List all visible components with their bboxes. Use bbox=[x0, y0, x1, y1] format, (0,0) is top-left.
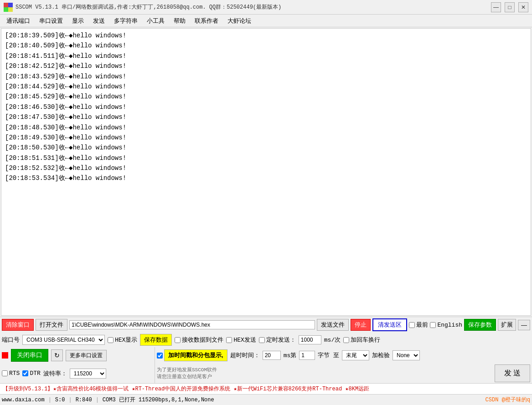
expand-button[interactable]: 扩展 bbox=[498, 319, 516, 331]
close-button[interactable]: ✕ bbox=[518, 2, 528, 12]
stop-button[interactable]: 停止 bbox=[351, 319, 371, 331]
title-bar-left: SSCOM V5.13.1 串口/网络数据调试器,作者:大虾丁丁,2618058… bbox=[4, 3, 281, 12]
terminal-line: [20:18:51.531]收←◆hello windows! bbox=[5, 153, 527, 163]
dtr-text: DTR bbox=[30, 370, 40, 377]
save-data-button[interactable]: 保存数据 bbox=[140, 334, 172, 346]
terminal-line: [20:18:40.509]收←◆hello windows! bbox=[5, 41, 527, 51]
ms-label2: ms第 bbox=[284, 351, 297, 359]
send-button[interactable]: 发 送 bbox=[495, 364, 530, 382]
open-file-button[interactable]: 打开文件 bbox=[36, 319, 67, 331]
byte-end-select[interactable]: 末尾 bbox=[342, 350, 369, 360]
menu-comm-port[interactable]: 通讯端口 bbox=[2, 16, 35, 26]
terminal-line: [20:18:53.534]收←◆hello windows! bbox=[5, 173, 527, 183]
terminal-line: [20:18:46.530]收←◆hello windows! bbox=[5, 102, 527, 112]
recv-file-checkbox[interactable] bbox=[175, 337, 181, 343]
maximize-button[interactable]: □ bbox=[505, 2, 515, 12]
terminal-output[interactable]: [20:18:39.509]收←◆hello windows![20:18:40… bbox=[1, 28, 531, 316]
checksum-label: 加检验 bbox=[372, 351, 390, 359]
more-ports-button[interactable]: 更多串口设置 bbox=[66, 350, 107, 361]
english-checkbox[interactable] bbox=[430, 322, 436, 328]
hex-display-text: HEX显示 bbox=[115, 336, 137, 344]
timed-send-text: 定时发送： bbox=[266, 336, 296, 344]
status-port-info: COM3 已打开 115200bps,8,1,None,None bbox=[103, 396, 214, 404]
status-r-value: R:840 bbox=[76, 397, 92, 403]
timed-send-label[interactable]: 定时发送： bbox=[259, 336, 296, 344]
hex-send-checkbox[interactable] bbox=[226, 337, 232, 343]
last-label: 最前 bbox=[416, 321, 428, 329]
status-bar: www.daxia.com | S:0 | R:840 | COM3 已打开 1… bbox=[0, 394, 532, 405]
left-port-controls: 关闭串口 ↻ 更多串口设置 bbox=[0, 347, 155, 364]
baud-select[interactable]: 115200 bbox=[70, 369, 106, 379]
recv-file-label[interactable]: 接收数据到文件 bbox=[175, 336, 223, 344]
baud-label: 波特率： bbox=[43, 369, 67, 378]
timeout-input[interactable] bbox=[263, 351, 281, 360]
svg-rect-0 bbox=[4, 3, 8, 7]
refresh-button[interactable]: ↻ bbox=[51, 349, 63, 361]
timed-send-checkbox[interactable] bbox=[259, 337, 265, 343]
terminal-line: [20:18:49.530]收←◆hello windows! bbox=[5, 133, 527, 143]
send-file-button[interactable]: 发送文件 bbox=[317, 319, 349, 331]
menu-contact[interactable]: 联系作者 bbox=[190, 16, 223, 26]
terminal-line: [20:18:39.509]收←◆hello windows! bbox=[5, 31, 527, 41]
menu-forum[interactable]: 大虾论坛 bbox=[223, 16, 256, 26]
app-icon bbox=[4, 3, 13, 12]
rts-label[interactable]: RTS bbox=[2, 370, 20, 377]
timeout-label: 超时时间： bbox=[230, 351, 260, 359]
save-param-button[interactable]: 保存参数 bbox=[464, 319, 496, 331]
dtr-label[interactable]: DTR bbox=[22, 370, 40, 377]
hex-display-checkbox[interactable] bbox=[108, 337, 114, 343]
minus-button[interactable]: — bbox=[518, 320, 530, 330]
hex-send-label[interactable]: HEX发送 bbox=[226, 336, 256, 344]
time-display-checkbox[interactable] bbox=[157, 353, 163, 359]
timed-interval-input[interactable] bbox=[299, 335, 321, 344]
terminal-line: [20:18:44.529]收←◆hello windows! bbox=[5, 82, 527, 92]
close-port-button[interactable]: 关闭串口 bbox=[11, 349, 48, 362]
menu-serial-settings[interactable]: 串口设置 bbox=[35, 16, 67, 26]
promo-text: 为了更好地发展SSCOM软件请您注册嘉立创结尾客户 bbox=[157, 367, 217, 380]
time-display-btn[interactable]: 加时间戳和分包显示, bbox=[164, 349, 227, 361]
carriage-return-label[interactable]: 加回车换行 bbox=[343, 336, 380, 344]
clear-window-button[interactable]: 清除窗口 bbox=[2, 319, 34, 331]
file-path-input[interactable] bbox=[69, 320, 315, 329]
menu-bar: 通讯端口 串口设置 显示 发送 多字符串 小工具 帮助 联系作者 大虾论坛 bbox=[0, 15, 532, 27]
english-label: English bbox=[437, 322, 462, 328]
toolbar-row34: 关闭串口 ↻ 更多串口设置 加时间戳和分包显示, 超时时间： ms第 字节 至 … bbox=[0, 347, 532, 364]
rts-checkbox[interactable] bbox=[2, 370, 8, 376]
carriage-return-checkbox[interactable] bbox=[343, 337, 349, 343]
byte-start-input[interactable] bbox=[299, 351, 315, 360]
hex-display-label[interactable]: HEX显示 bbox=[108, 336, 137, 344]
menu-display[interactable]: 显示 bbox=[67, 16, 88, 26]
checksum-select[interactable]: None bbox=[393, 350, 420, 360]
send-row: 为了更好地发展SSCOM软件请您注册嘉立创结尾客户 发 送 bbox=[155, 364, 532, 383]
rts-text: RTS bbox=[9, 370, 20, 377]
menu-tools[interactable]: 小工具 bbox=[142, 16, 169, 26]
terminal-line: [20:18:41.511]收←◆hello windows! bbox=[5, 51, 527, 61]
last-checkbox-label[interactable]: 最前 bbox=[409, 321, 428, 329]
clear-send-area-button[interactable]: 清发送区 bbox=[372, 318, 407, 331]
window-controls: — □ ✕ bbox=[491, 2, 528, 12]
toolbar-row2: 端口号 COM3 USB-SERIAL CH340 HEX显示 保存数据 接收数… bbox=[0, 333, 532, 347]
byte-label: 字节 至 bbox=[318, 351, 339, 359]
status-s-value: S:0 bbox=[55, 397, 65, 403]
last-checkbox[interactable] bbox=[409, 322, 415, 328]
status-csdn: CSDN @橙子味的q bbox=[486, 396, 530, 404]
rts-dtr-controls: RTS DTR 波特率： 115200 bbox=[0, 364, 155, 383]
menu-multistring[interactable]: 多字符串 bbox=[109, 16, 142, 26]
right-time-controls: 加时间戳和分包显示, 超时时间： ms第 字节 至 末尾 加检验 None bbox=[155, 347, 532, 364]
ad-bar: 【升级到V5.13.1】★含宙高性价比4G模块值得一试 ★RT-Thread中国… bbox=[0, 383, 532, 394]
menu-send[interactable]: 发送 bbox=[88, 16, 109, 26]
time-display-label[interactable]: 加时间戳和分包显示, bbox=[157, 349, 227, 361]
toolbar-row1: 清除窗口 打开文件 发送文件 停止 清发送区 最前 English 保存参数 扩… bbox=[0, 317, 532, 333]
status-website: www.daxia.com bbox=[2, 397, 45, 403]
english-checkbox-label[interactable]: English bbox=[430, 322, 462, 328]
title-bar: SSCOM V5.13.1 串口/网络数据调试器,作者:大虾丁丁,2618058… bbox=[0, 0, 532, 15]
app-title: SSCOM V5.13.1 串口/网络数据调试器,作者:大虾丁丁,2618058… bbox=[15, 3, 281, 11]
port-select[interactable]: COM3 USB-SERIAL CH340 bbox=[22, 335, 105, 345]
terminal-line: [20:18:50.530]收←◆hello windows! bbox=[5, 143, 527, 153]
dtr-checkbox[interactable] bbox=[22, 370, 28, 376]
minimize-button[interactable]: — bbox=[491, 2, 501, 12]
toolbar-row5: RTS DTR 波特率： 115200 为了更好地发展SSCOM软件请您注册嘉立… bbox=[0, 364, 532, 383]
menu-help[interactable]: 帮助 bbox=[169, 16, 190, 26]
terminal-line: [20:18:52.532]收←◆hello windows! bbox=[5, 163, 527, 173]
recv-file-text: 接收数据到文件 bbox=[182, 336, 223, 344]
